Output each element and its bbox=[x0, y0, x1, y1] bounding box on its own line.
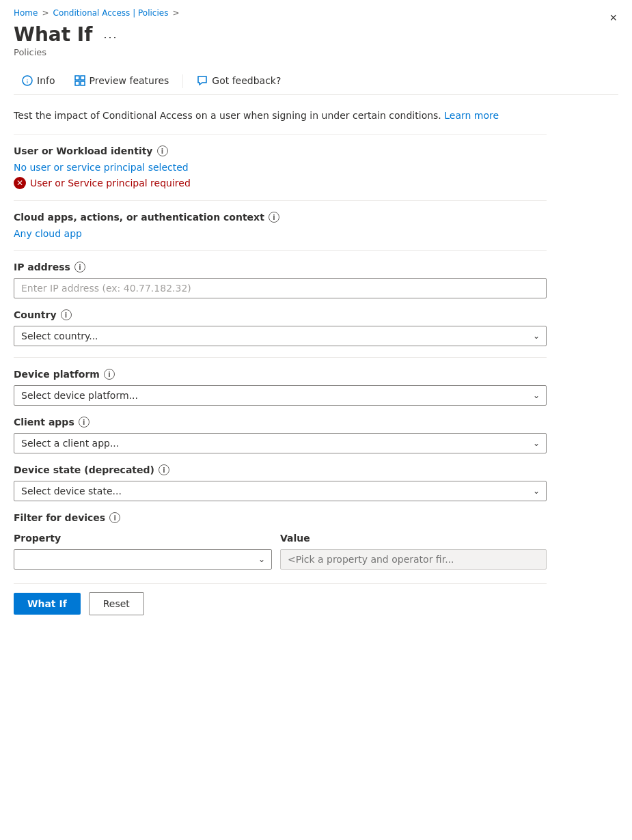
page-title: What If bbox=[14, 23, 92, 46]
description-text: Test the impact of Conditional Access on… bbox=[14, 109, 547, 123]
property-select-wrapper: ⌄ bbox=[14, 549, 272, 570]
info-tab-icon: i bbox=[22, 75, 33, 86]
country-select-wrapper: Select country... ⌄ bbox=[14, 326, 547, 346]
user-identity-label: User or Workload identity i bbox=[14, 145, 547, 156]
property-column-header: Property bbox=[14, 530, 280, 549]
tab-divider bbox=[182, 74, 183, 88]
user-identity-info-icon[interactable]: i bbox=[157, 145, 168, 156]
svg-text:i: i bbox=[27, 78, 29, 85]
client-apps-select[interactable]: Select a client app... bbox=[14, 433, 547, 453]
cloud-apps-info-icon[interactable]: i bbox=[269, 212, 279, 223]
cloud-apps-group: Cloud apps, actions, or authentication c… bbox=[14, 212, 547, 239]
divider-3 bbox=[14, 250, 547, 251]
value-column-header: Value bbox=[280, 530, 547, 549]
svg-rect-4 bbox=[75, 81, 79, 85]
tab-info-label: Info bbox=[37, 75, 55, 86]
filter-devices-section: Filter for devices i Property Value bbox=[14, 512, 547, 570]
user-identity-link[interactable]: No user or service principal selected bbox=[14, 162, 189, 173]
tab-feedback-label: Got feedback? bbox=[212, 75, 281, 86]
device-platform-label: Device platform i bbox=[14, 369, 547, 380]
breadcrumb-sep-1: > bbox=[42, 8, 49, 18]
more-options-button[interactable]: ... bbox=[99, 26, 122, 43]
client-apps-info-icon[interactable]: i bbox=[79, 417, 90, 428]
country-group: Country i Select country... ⌄ bbox=[14, 309, 547, 346]
cloud-apps-label: Cloud apps, actions, or authentication c… bbox=[14, 212, 547, 223]
svg-rect-3 bbox=[81, 76, 85, 80]
reset-button[interactable]: Reset bbox=[89, 592, 144, 615]
feedback-tab-icon bbox=[197, 75, 208, 86]
device-state-info-icon[interactable]: i bbox=[159, 464, 169, 475]
device-platform-group: Device platform i Select device platform… bbox=[14, 369, 547, 406]
client-apps-select-wrapper: Select a client app... ⌄ bbox=[14, 433, 547, 453]
breadcrumb-sep-2: > bbox=[172, 8, 179, 18]
tab-preview-label: Preview features bbox=[90, 75, 169, 86]
ip-address-info-icon[interactable]: i bbox=[74, 262, 85, 272]
value-field[interactable] bbox=[280, 549, 547, 570]
device-state-select[interactable]: Select device state... bbox=[14, 481, 547, 501]
tab-info[interactable]: i Info bbox=[14, 68, 64, 94]
divider-1 bbox=[14, 134, 547, 135]
close-button[interactable]: × bbox=[605, 8, 621, 28]
ip-address-group: IP address i bbox=[14, 262, 547, 298]
error-icon: ✕ bbox=[14, 177, 26, 189]
ip-address-label: IP address i bbox=[14, 262, 547, 272]
filter-devices-info-icon[interactable]: i bbox=[109, 512, 120, 523]
tab-bar: i Info Preview features bbox=[14, 68, 618, 95]
country-label: Country i bbox=[14, 309, 547, 320]
divider-4 bbox=[14, 357, 547, 358]
svg-rect-2 bbox=[75, 76, 79, 80]
svg-rect-5 bbox=[81, 81, 85, 85]
error-text: User or Service principal required bbox=[30, 178, 191, 188]
device-state-group: Device state (deprecated) i Select devic… bbox=[14, 464, 547, 501]
filter-devices-label: Filter for devices i bbox=[14, 512, 547, 523]
device-platform-select-wrapper: Select device platform... ⌄ bbox=[14, 385, 547, 406]
learn-more-link[interactable]: Learn more bbox=[444, 110, 499, 121]
breadcrumb: Home > Conditional Access | Policies > bbox=[14, 8, 618, 18]
breadcrumb-home[interactable]: Home bbox=[14, 8, 38, 18]
client-apps-label: Client apps i bbox=[14, 417, 547, 428]
cloud-apps-link[interactable]: Any cloud app bbox=[14, 228, 82, 239]
filter-devices-row: ⌄ bbox=[14, 549, 547, 570]
action-bar: What If Reset bbox=[14, 583, 547, 615]
device-state-label: Device state (deprecated) i bbox=[14, 464, 547, 475]
country-select[interactable]: Select country... bbox=[14, 326, 547, 346]
user-identity-error: ✕ User or Service principal required bbox=[14, 177, 547, 189]
preview-tab-icon bbox=[74, 75, 85, 86]
tab-feedback[interactable]: Got feedback? bbox=[189, 68, 289, 94]
close-icon: × bbox=[609, 11, 617, 25]
page-subtitle: Policies bbox=[14, 47, 618, 57]
client-apps-group: Client apps i Select a client app... ⌄ bbox=[14, 417, 547, 453]
ip-address-input[interactable] bbox=[14, 278, 547, 298]
country-info-icon[interactable]: i bbox=[61, 309, 72, 320]
divider-2 bbox=[14, 200, 547, 201]
device-platform-info-icon[interactable]: i bbox=[104, 369, 115, 380]
tab-preview[interactable]: Preview features bbox=[66, 68, 178, 94]
device-state-select-wrapper: Select device state... ⌄ bbox=[14, 481, 547, 501]
breadcrumb-conditional-access[interactable]: Conditional Access | Policies bbox=[53, 8, 169, 18]
device-platform-select[interactable]: Select device platform... bbox=[14, 385, 547, 406]
filter-devices-table: Property Value ⌄ bbox=[14, 530, 547, 570]
user-identity-group: User or Workload identity i No user or s… bbox=[14, 145, 547, 189]
what-if-button[interactable]: What If bbox=[14, 593, 81, 615]
property-select[interactable] bbox=[14, 549, 272, 570]
